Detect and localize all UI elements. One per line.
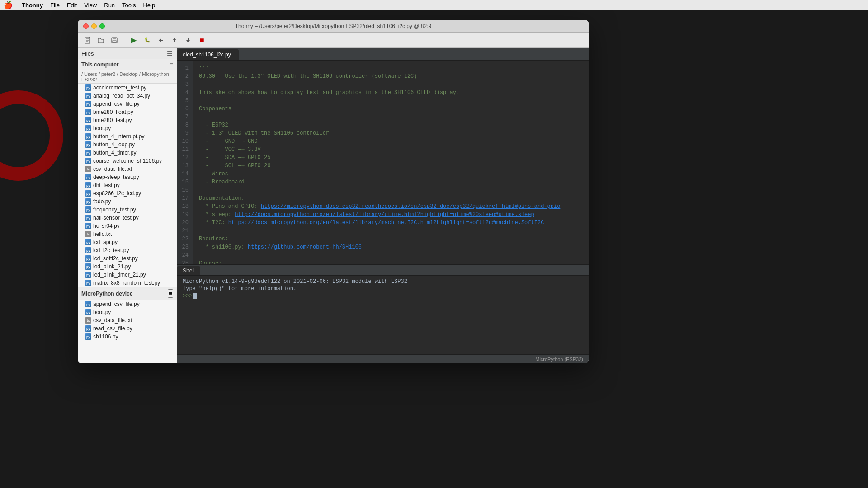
file-item[interactable]: pylcd_softi2c_test.py [78, 254, 177, 263]
file-name: button_4_timer.py [93, 150, 136, 156]
file-item[interactable]: pyfrequency_test.py [78, 206, 177, 214]
python-file-icon: py [85, 263, 91, 270]
active-tab[interactable]: oled_sh1106_i2c.py [177, 49, 239, 60]
tab-label: oled_sh1106_i2c.py [183, 52, 231, 58]
shell-prompt[interactable]: >>> [183, 293, 583, 299]
file-item[interactable]: pybutton_4_interrupt.py [78, 132, 177, 141]
file-item[interactable]: txcsv_data_file.txt [78, 165, 177, 173]
file-item[interactable]: pybme280_float.py [78, 108, 177, 116]
file-item[interactable]: pylcd_i2c_test.py [78, 246, 177, 254]
file-item[interactable]: pydht_test.py [78, 181, 177, 189]
shell-tab[interactable]: Shell [177, 266, 200, 275]
line-number: 23 [177, 243, 190, 251]
file-item[interactable]: pyanalog_read_pot_34.py [78, 92, 177, 100]
code-editor[interactable]: 1234567891011121314151617181920212223242… [177, 61, 589, 264]
file-item[interactable]: pyboot.py [78, 124, 177, 132]
line-number: 16 [177, 186, 190, 194]
python-file-icon: py [85, 206, 91, 213]
file-name: led_blink_timer_21.py [93, 272, 146, 278]
python-file-icon: py [85, 109, 91, 115]
file-item[interactable]: pymatrix_8x8_random_test.py [78, 279, 177, 287]
files-menu-button[interactable]: ☰ [166, 50, 173, 57]
file-name: append_csv_file.py [93, 101, 140, 107]
menu-help[interactable]: Help [143, 2, 155, 9]
device-file-item[interactable]: txcsv_data_file.txt [78, 316, 177, 324]
traffic-lights [83, 23, 105, 29]
line-number: 18 [177, 202, 190, 211]
file-item[interactable]: pyled_blink_timer_21.py [78, 271, 177, 279]
this-computer-menu-btn[interactable]: ≡ [170, 61, 173, 68]
file-item[interactable]: pycourse_welcome_sh1106.py [78, 157, 177, 165]
file-list-scroll[interactable]: This computer ≡ / Users / peter2 / Deskt… [78, 59, 177, 363]
device-file-item[interactable]: pyboot.py [78, 308, 177, 316]
device-menu-btn[interactable]: ≡ [168, 289, 173, 298]
maximize-button[interactable] [99, 23, 105, 29]
file-item[interactable]: pylcd_api.py [78, 238, 177, 246]
file-item[interactable]: pyhall-sensor_test.py [78, 214, 177, 222]
python-file-icon: py [85, 133, 91, 140]
menu-run[interactable]: Run [104, 2, 115, 9]
file-name: accelerometer_test.py [93, 84, 146, 91]
apple-menu[interactable]: 🍎 [4, 1, 13, 9]
minimize-button[interactable] [91, 23, 97, 29]
breadcrumb-path: / Users / peter2 / Desktop / Micropython… [78, 70, 177, 84]
right-panel: oled_sh1106_i2c.py 123456789101112131415… [177, 48, 589, 363]
menu-edit[interactable]: Edit [67, 2, 77, 9]
open-file-button[interactable] [95, 34, 107, 46]
step-over-button[interactable] [155, 34, 167, 46]
editor-tabs: oled_sh1106_i2c.py [177, 48, 589, 61]
save-file-button[interactable] [108, 34, 120, 46]
close-button[interactable] [83, 23, 89, 29]
file-name: deep-sleep_test.py [93, 174, 139, 180]
file-name: matrix_8x8_random_test.py [93, 280, 160, 286]
line-number: 21 [177, 227, 190, 235]
file-name: esp8266_i2c_lcd.py [93, 190, 141, 197]
file-name: led_blink_21.py [93, 263, 131, 270]
menu-view[interactable]: View [84, 2, 97, 9]
file-name: course_welcome_sh1106.py [93, 158, 162, 164]
main-window: Thonny – /Users/peter2/Desktop/Micropyth… [78, 20, 589, 363]
file-item[interactable]: pyfade.py [78, 197, 177, 206]
device-file-item[interactable]: pyappend_csv_file.py [78, 300, 177, 308]
line-number: 24 [177, 251, 190, 259]
line-number: 3 [177, 80, 190, 89]
line-number: 15 [177, 178, 190, 186]
new-file-button[interactable] [81, 34, 93, 46]
toolbar-sep-1 [124, 36, 124, 45]
text-file-icon: tx [85, 166, 91, 172]
stop-button[interactable]: ⏹ [196, 34, 208, 46]
device-file-item[interactable]: pysh1106.py [78, 333, 177, 341]
this-computer-section-header[interactable]: This computer ≡ [78, 59, 177, 70]
prompt-text: >>> [183, 293, 193, 299]
file-item[interactable]: txhello.txt [78, 230, 177, 238]
file-item[interactable]: pybme280_test.py [78, 116, 177, 124]
file-name: bme280_test.py [93, 117, 132, 123]
file-item[interactable]: pybutton_4_loop.py [78, 141, 177, 149]
menu-file[interactable]: File [50, 2, 60, 9]
device-file-name: read_csv_file.py [93, 325, 132, 332]
file-item[interactable]: pybutton_4_timer.py [78, 149, 177, 157]
menu-tools[interactable]: Tools [122, 2, 136, 9]
file-name: lcd_api.py [93, 239, 118, 245]
file-item[interactable]: pyesp8266_i2c_lcd.py [78, 189, 177, 197]
python-file-icon: py [85, 182, 91, 188]
device-file-item[interactable]: pyread_csv_file.py [78, 324, 177, 333]
file-item[interactable]: pyaccelerometer_test.py [78, 84, 177, 92]
step-into-button[interactable] [169, 34, 180, 46]
device-files-list: pyappend_csv_file.pypyboot.pytxcsv_data_… [78, 300, 177, 341]
file-item[interactable]: pydeep-sleep_test.py [78, 173, 177, 181]
menu-thonny[interactable]: Thonny [22, 2, 43, 9]
file-item[interactable]: pyappend_csv_file.py [78, 100, 177, 108]
python-file-icon: py [85, 333, 91, 340]
shell-content[interactable]: MicroPython v1.14-9-g9dedcf122 on 2021-0… [177, 276, 589, 354]
debug-button[interactable]: 🐛 [142, 34, 153, 46]
file-name: csv_data_file.txt [93, 166, 132, 172]
file-item[interactable]: pyhc_sr04.py [78, 222, 177, 230]
line-number: 6 [177, 105, 190, 113]
line-number: 13 [177, 162, 190, 170]
device-section-header[interactable]: MicroPython device ≡ [78, 287, 177, 300]
text-file-icon: tx [85, 231, 91, 237]
step-out-button[interactable] [182, 34, 194, 46]
file-item[interactable]: pyled_blink_21.py [78, 263, 177, 271]
run-button[interactable]: ▶ [128, 34, 140, 46]
